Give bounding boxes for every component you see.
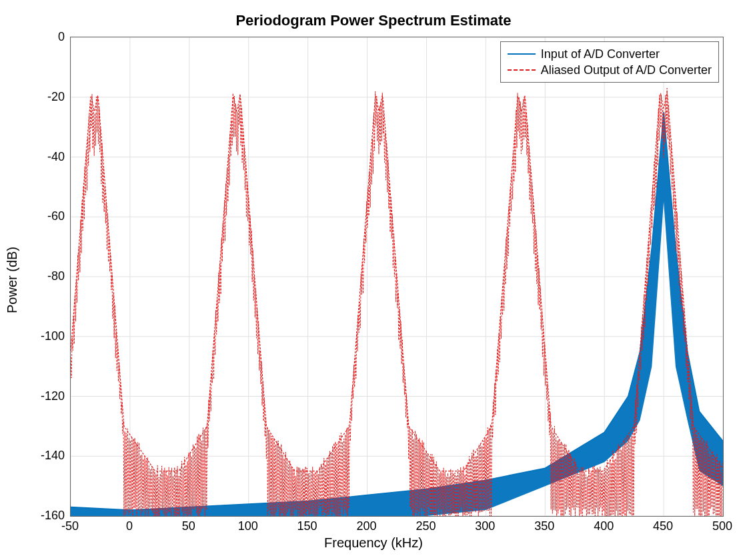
x-tick-label: 350 xyxy=(534,519,554,533)
chart-title: Periodogram Power Spectrum Estimate xyxy=(0,12,747,29)
legend-label-aliased: Aliased Output of A/D Converter xyxy=(541,62,712,78)
y-tick-label: -40 xyxy=(31,149,65,163)
x-tick-label: 200 xyxy=(357,519,377,533)
legend-entry-input: Input of A/D Converter xyxy=(508,46,712,62)
y-tick-label: -100 xyxy=(31,329,65,343)
x-tick-label: 250 xyxy=(416,519,436,533)
y-tick-label: -60 xyxy=(31,209,65,223)
x-tick-label: 150 xyxy=(297,519,317,533)
y-tick-label: -140 xyxy=(31,449,65,463)
y-tick-label: -20 xyxy=(31,89,65,103)
x-tick-label: 400 xyxy=(594,519,614,533)
y-axis-label: Power (dB) xyxy=(5,247,20,313)
y-tick-label: -160 xyxy=(31,509,65,523)
series-aliased xyxy=(71,88,722,516)
legend-swatch-aliased xyxy=(508,69,536,71)
x-tick-label: 50 xyxy=(182,519,195,533)
series-input xyxy=(71,112,723,516)
x-tick-label: 300 xyxy=(475,519,495,533)
legend-entry-aliased: Aliased Output of A/D Converter xyxy=(508,62,712,78)
plot-area: Input of A/D Converter Aliased Output of… xyxy=(70,37,724,517)
legend-swatch-input xyxy=(508,53,536,55)
legend-label-input: Input of A/D Converter xyxy=(541,46,660,62)
x-tick-label: 100 xyxy=(238,519,258,533)
legend: Input of A/D Converter Aliased Output of… xyxy=(500,41,719,83)
x-tick-label: 500 xyxy=(712,519,732,533)
y-tick-label: -120 xyxy=(31,389,65,403)
x-tick-label: 0 xyxy=(126,519,133,533)
plot-svg xyxy=(71,37,723,516)
x-axis-label: Frequency (kHz) xyxy=(0,535,747,551)
y-tick-label: 0 xyxy=(31,30,65,44)
y-tick-label: -80 xyxy=(31,269,65,283)
figure: Periodogram Power Spectrum Estimate Powe… xyxy=(0,0,747,560)
x-tick-label: 450 xyxy=(653,519,673,533)
